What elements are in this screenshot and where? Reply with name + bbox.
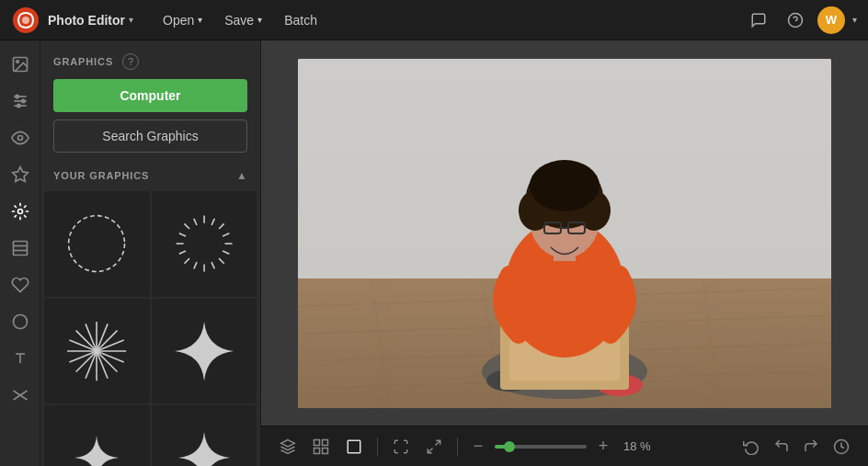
search-graphics-button[interactable]: Search Graphics xyxy=(53,119,247,153)
graphic-item-1[interactable] xyxy=(44,191,150,297)
history-button[interactable] xyxy=(828,433,855,460)
svg-point-18 xyxy=(13,315,27,329)
svg-marker-79 xyxy=(281,439,295,447)
sidebar-icon-graphics[interactable] xyxy=(4,195,37,228)
zoom-out-button[interactable]: − xyxy=(467,436,489,458)
zoom-in-button[interactable]: + xyxy=(592,436,614,458)
svg-point-75 xyxy=(530,160,600,211)
canvas-image[interactable] xyxy=(298,59,831,408)
app-title: Photo Editor xyxy=(48,13,125,28)
sidebar-icon-image[interactable] xyxy=(4,48,37,81)
zoom-controls: − + 18 % xyxy=(467,436,651,458)
svg-line-63 xyxy=(702,278,721,407)
zoom-slider[interactable] xyxy=(495,445,587,449)
svg-line-85 xyxy=(436,440,440,445)
redo-button[interactable] xyxy=(798,433,824,459)
user-avatar[interactable]: W xyxy=(817,6,845,34)
svg-line-39 xyxy=(223,251,229,254)
toolbar-sep-2 xyxy=(457,438,458,456)
svg-rect-81 xyxy=(323,439,328,445)
top-bar: Photo Editor ▾ Open ▾ Save ▾ Batch W ▾ xyxy=(0,0,868,40)
graphic-item-3[interactable] xyxy=(44,299,150,404)
graphics-panel: GRAPHICS ? Computer Search Graphics YOUR… xyxy=(40,40,261,466)
your-graphics-header[interactable]: YOUR GRAPHICS ▲ xyxy=(40,162,260,189)
svg-line-60 xyxy=(371,278,390,407)
help-icon[interactable]: ? xyxy=(122,53,139,70)
chat-icon-button[interactable] xyxy=(744,6,773,35)
svg-point-11 xyxy=(17,104,19,107)
avatar-chevron[interactable]: ▾ xyxy=(852,15,857,25)
sidebar-icon-heart[interactable] xyxy=(4,268,37,301)
svg-line-33 xyxy=(211,262,214,268)
layers-toolbar-icon[interactable] xyxy=(274,433,302,460)
undo-button[interactable] xyxy=(769,433,794,459)
svg-point-9 xyxy=(16,95,18,97)
svg-point-1 xyxy=(22,17,29,24)
svg-line-37 xyxy=(194,262,197,268)
svg-line-28 xyxy=(184,224,189,230)
panel-title: GRAPHICS xyxy=(53,56,113,67)
batch-button[interactable]: Batch xyxy=(273,7,328,33)
svg-rect-84 xyxy=(348,440,360,453)
svg-point-14 xyxy=(17,210,22,214)
bottom-toolbar: − + 18 % xyxy=(261,426,868,466)
svg-rect-82 xyxy=(314,448,320,453)
sidebar-icon-shape[interactable] xyxy=(4,305,37,338)
app-title-chevron[interactable]: ▾ xyxy=(129,15,133,25)
svg-line-31 xyxy=(184,258,189,264)
main-area: GRAPHICS ? Computer Search Graphics YOUR… xyxy=(0,40,868,466)
svg-point-23 xyxy=(69,216,125,272)
svg-point-10 xyxy=(21,99,24,102)
help-icon-button[interactable] xyxy=(781,6,810,35)
svg-marker-13 xyxy=(12,167,28,182)
svg-rect-83 xyxy=(323,448,328,453)
graphics-grid xyxy=(40,189,260,466)
frames-toolbar-icon[interactable] xyxy=(307,433,335,460)
svg-line-35 xyxy=(178,251,185,254)
fullscreen-icon[interactable] xyxy=(420,433,448,460)
canvas-container[interactable] xyxy=(261,40,868,426)
panel-header: GRAPHICS ? xyxy=(40,40,260,79)
top-right-icons: W ▾ xyxy=(744,6,857,35)
svg-line-29 xyxy=(219,258,224,264)
transform-icon[interactable] xyxy=(737,433,765,460)
sidebar-icon-eye[interactable] xyxy=(4,121,37,154)
toolbar-sep-1 xyxy=(377,438,378,456)
svg-line-86 xyxy=(428,448,432,452)
your-graphics-title: YOUR GRAPHICS xyxy=(53,170,149,181)
zoom-slider-thumb xyxy=(504,441,515,452)
collapse-icon: ▲ xyxy=(236,169,247,182)
svg-line-34 xyxy=(223,233,229,236)
sidebar-icon-star[interactable] xyxy=(4,158,37,191)
sidebar-icon-layers[interactable] xyxy=(4,232,37,265)
svg-point-12 xyxy=(17,136,22,141)
svg-line-36 xyxy=(211,219,214,225)
app-logo[interactable] xyxy=(11,6,40,35)
svg-line-32 xyxy=(194,219,197,225)
svg-line-30 xyxy=(219,224,224,230)
canvas-area: − + 18 % xyxy=(261,40,868,466)
computer-button[interactable]: Computer xyxy=(53,79,247,112)
canvas-toolbar-icon[interactable] xyxy=(340,433,368,460)
open-menu[interactable]: Open ▾ xyxy=(152,7,213,33)
save-menu[interactable]: Save ▾ xyxy=(213,7,273,33)
svg-line-38 xyxy=(178,233,185,236)
sidebar-icon-adjust[interactable] xyxy=(4,85,37,118)
svg-rect-80 xyxy=(314,439,320,445)
panel-buttons: Computer Search Graphics xyxy=(40,79,260,162)
graphic-item-2[interactable] xyxy=(152,191,257,297)
sidebar-icon-text[interactable] xyxy=(4,342,37,375)
svg-point-5 xyxy=(16,61,17,63)
svg-rect-15 xyxy=(13,242,27,256)
zoom-value: 18 % xyxy=(623,439,651,453)
fit-view-icon[interactable] xyxy=(387,433,415,460)
graphic-item-6[interactable] xyxy=(152,405,257,466)
graphic-item-5[interactable] xyxy=(44,405,150,466)
graphic-item-4[interactable] xyxy=(152,299,257,404)
icon-sidebar xyxy=(0,40,40,466)
sidebar-icon-edit[interactable] xyxy=(4,379,37,412)
rotate-controls xyxy=(737,433,855,460)
